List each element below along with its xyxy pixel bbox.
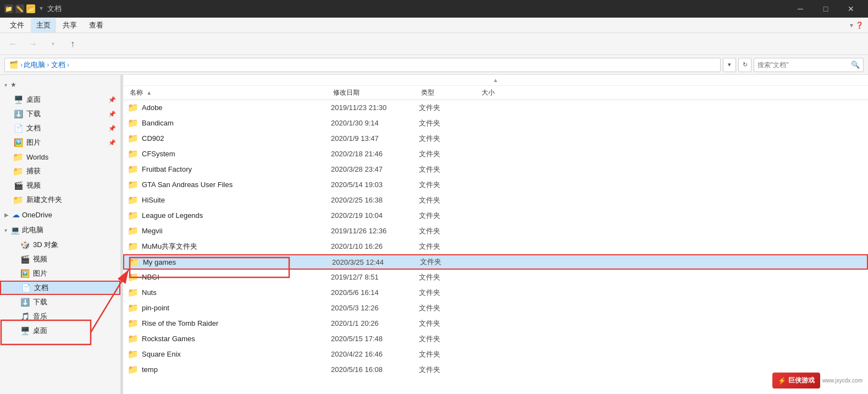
sidebar-item-music[interactable]: 🎵 音乐 — [0, 309, 120, 324]
address-sep-2: › — [67, 61, 69, 69]
ribbon-expand-btn[interactable]: ▾ — [850, 21, 853, 29]
table-row[interactable]: 📁 Megvii 2019/11/26 12:36 文件夹 — [123, 223, 868, 239]
file-date-cell: 2020/5/15 17:48 — [331, 335, 419, 343]
maximize-button[interactable]: □ — [813, 0, 838, 18]
sidebar-item-desktop[interactable]: 🖥️ 桌面 📌 — [0, 92, 120, 107]
sidebar-item-pictures-quick[interactable]: 🖼️ 图片 📌 — [0, 135, 120, 150]
sidebar-item-3d-objects[interactable]: 🎲 3D 对象 — [0, 238, 120, 252]
table-row[interactable]: 📁 My games 2020/3/25 12:44 文件夹 — [123, 254, 868, 270]
watermark-site: www.jxycdx.com — [822, 377, 863, 384]
table-row[interactable]: 📁 Bandicam 2020/1/30 9:14 文件夹 — [123, 116, 868, 131]
folder-icon: 📁 — [128, 226, 139, 236]
up-button[interactable]: ↑ — [64, 35, 81, 53]
window-title: 文档 — [47, 4, 788, 14]
watermark: ⚡ 巨侠游戏 www.jxycdx.com — [772, 373, 863, 388]
recent-locations-button[interactable]: ▾ — [44, 35, 62, 53]
search-input[interactable] — [758, 61, 849, 69]
sidebar-item-pictures-group-label: 图片 — [33, 269, 47, 278]
col-header-type[interactable]: 类型 — [419, 88, 479, 97]
table-row[interactable]: 📁 Adobe 2019/11/23 21:30 文件夹 — [123, 100, 868, 116]
help-btn[interactable]: ❓ — [855, 21, 864, 29]
sidebar-quick-access-header[interactable]: ▾ ★ — [0, 77, 120, 92]
table-row[interactable]: 📁 Nuts 2020/5/6 16:14 文件夹 — [123, 285, 868, 300]
scroll-up-arrow: ▲ — [493, 77, 499, 83]
scroll-up-area: ▲ — [123, 75, 868, 86]
sidebar-item-video-quick[interactable]: 🎬 视频 — [0, 178, 120, 193]
onedrive-expand-icon: ▶ — [4, 212, 9, 218]
file-type-cell: 文件夹 — [419, 134, 479, 144]
table-row[interactable]: 📁 League of Legends 2020/2/19 10:04 文件夹 — [123, 208, 868, 223]
file-name: temp — [142, 365, 158, 374]
table-row[interactable]: 📁 Square Enix 2020/4/22 16:46 文件夹 — [123, 347, 868, 362]
address-dropdown-btn[interactable]: ▾ — [723, 58, 736, 72]
address-refresh-btn[interactable]: ↻ — [738, 58, 751, 72]
sidebar-item-downloads-group[interactable]: ⬇️ 下载 — [0, 295, 120, 309]
table-row[interactable]: 📁 Rise of the Tomb Raider 2020/1/1 20:26… — [123, 316, 868, 331]
table-row[interactable]: 📁 NBGI 2019/12/7 8:51 文件夹 — [123, 270, 868, 285]
doc-icon-quick: 📄 — [13, 123, 23, 133]
address-path[interactable]: 🗂️ › 此电脑 › 文档 › — [4, 58, 721, 72]
sidebar-item-video-group[interactable]: 🎬 视频 — [0, 252, 120, 266]
quick-access-icon-2[interactable]: ✏️ — [15, 4, 24, 13]
sidebar-item-new-folder-label: 新建文件夹 — [26, 195, 62, 205]
pin-icon-documents: 📌 — [108, 125, 116, 132]
close-button[interactable]: ✕ — [838, 0, 864, 18]
file-name: MuMu共享文件夹 — [142, 242, 197, 251]
table-row[interactable]: 📁 CFSystem 2020/2/18 21:46 文件夹 — [123, 146, 868, 162]
table-row[interactable]: 📁 MuMu共享文件夹 2020/1/10 16:26 文件夹 — [123, 239, 868, 254]
quick-access-icon-1[interactable]: 📁 — [4, 4, 13, 13]
search-box[interactable]: 🔍 — [754, 58, 864, 72]
video-icon-group: 🎬 — [20, 254, 30, 264]
sidebar-onedrive-header[interactable]: ▶ ☁ OneDrive — [0, 207, 120, 222]
folder-icon: 📁 — [128, 333, 139, 344]
folder-icon: 📁 — [128, 364, 139, 375]
sidebar-this-pc-header[interactable]: ▾ 💻 此电脑 — [0, 222, 120, 238]
sidebar-item-new-folder[interactable]: 📁 新建文件夹 — [0, 193, 120, 207]
address-item-this-pc[interactable]: 此电脑 — [24, 60, 45, 70]
col-header-name[interactable]: 名称 ▲ — [128, 88, 331, 97]
sidebar-item-documents-quick[interactable]: 📄 文档 📌 — [0, 121, 120, 135]
onedrive-cloud-icon: ☁ — [12, 210, 20, 219]
menu-file[interactable]: 文件 — [4, 18, 30, 32]
table-row[interactable]: 📁 temp 2020/5/16 16:08 文件夹 — [123, 362, 868, 377]
file-name: CD902 — [142, 134, 164, 143]
sidebar-item-desktop-group[interactable]: 🖥️ 桌面 — [0, 324, 120, 338]
file-type-cell: 文件夹 — [419, 365, 479, 375]
sidebar-item-documents-group[interactable]: 📄 文档 — [0, 281, 120, 295]
menu-home[interactable]: 主页 — [31, 18, 56, 32]
quick-access-icon-3[interactable]: 📂 — [26, 4, 35, 13]
table-row[interactable]: 📁 HiSuite 2020/2/25 16:38 文件夹 — [123, 193, 868, 208]
file-type-cell: 文件夹 — [419, 334, 479, 344]
file-date-cell: 2020/5/16 16:08 — [331, 365, 419, 374]
folder-icon: 📁 — [128, 210, 139, 221]
doc-icon-group: 📄 — [21, 283, 31, 293]
table-row[interactable]: 📁 Rockstar Games 2020/5/15 17:48 文件夹 — [123, 331, 868, 347]
back-button[interactable]: ← — [4, 35, 22, 53]
sidebar-item-downloads[interactable]: ⬇️ 下载 📌 — [0, 107, 120, 121]
sidebar-item-pictures-group[interactable]: 🖼️ 图片 — [0, 266, 120, 281]
music-icon: 🎵 — [20, 311, 30, 321]
forward-button[interactable]: → — [24, 35, 42, 53]
file-date-cell: 2019/12/7 8:51 — [331, 273, 419, 281]
quick-access-expand-icon: ▾ — [4, 82, 7, 88]
file-type-cell: 文件夹 — [419, 118, 479, 128]
col-header-date[interactable]: 修改日期 — [331, 88, 419, 97]
video-icon-quick: 🎬 — [13, 180, 23, 190]
menu-view[interactable]: 查看 — [84, 18, 109, 32]
address-item-documents[interactable]: 文档 — [51, 60, 65, 70]
file-date-cell: 2020/2/25 16:38 — [331, 196, 419, 204]
table-row[interactable]: 📁 CD902 2020/1/9 13:47 文件夹 — [123, 131, 868, 146]
sidebar-item-capture[interactable]: 📁 捕获 — [0, 164, 120, 178]
folder-icon: 📁 — [128, 241, 139, 251]
sidebar-item-worlds[interactable]: 📁 Worlds — [0, 150, 120, 164]
table-row[interactable]: 📁 Fruitbat Factory 2020/3/28 23:47 文件夹 — [123, 162, 868, 177]
table-row[interactable]: 📁 GTA San Andreas User Files 2020/5/14 1… — [123, 177, 868, 193]
table-row[interactable]: 📁 pin-point 2020/5/3 12:26 文件夹 — [123, 300, 868, 316]
col-header-size[interactable]: 大小 — [479, 88, 534, 97]
menu-share[interactable]: 共享 — [57, 18, 82, 32]
download-icon-group: ⬇️ — [20, 297, 30, 307]
sidebar-this-pc-label: 此电脑 — [22, 225, 43, 235]
pic-icon-group: 🖼️ — [20, 269, 30, 278]
minimize-button[interactable]: ─ — [788, 0, 813, 18]
sidebar-item-video-quick-label: 视频 — [26, 180, 41, 190]
